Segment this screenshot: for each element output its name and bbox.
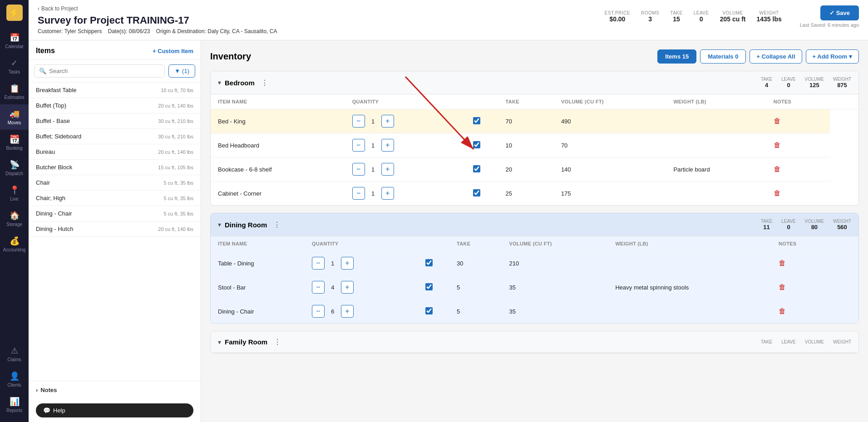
volume-cell: 70: [498, 109, 553, 133]
items-panel-header: Items + Custom Item: [29, 40, 201, 60]
delete-button[interactable]: 🗑: [774, 141, 781, 149]
list-item[interactable]: Dining - Hutch 20 cu ft, 140 lbs: [29, 221, 201, 237]
delete-button[interactable]: 🗑: [774, 165, 781, 173]
col-delete: [830, 94, 858, 109]
take-checkbox[interactable]: [425, 307, 433, 314]
family-more-button[interactable]: ⋮: [271, 337, 284, 347]
rooms-label: ROOMS: [641, 10, 659, 15]
qty-plus-button[interactable]: +: [381, 115, 394, 128]
take-checkbox[interactable]: [473, 165, 480, 172]
take-checkbox[interactable]: [425, 283, 433, 290]
main-content: ‹ Back to Project Survey for Project TRA…: [29, 0, 868, 422]
delete-cell: 🗑: [771, 251, 831, 275]
sidebar-item-estimates[interactable]: 📋 Estimates: [0, 79, 29, 104]
sidebar-item-dispatch[interactable]: 📡 Dispatch: [0, 155, 29, 181]
bedroom-more-button[interactable]: ⋮: [258, 78, 271, 88]
sidebar-item-booking[interactable]: 📆 Booking: [0, 130, 29, 155]
tab-items[interactable]: Items 15: [657, 49, 696, 64]
search-input[interactable]: [49, 68, 160, 74]
help-icon: 💬: [43, 407, 50, 414]
sidebar-item-tasks[interactable]: ✓ Tasks: [0, 54, 29, 79]
delete-cell: 🗑: [771, 299, 831, 324]
qty-plus-button[interactable]: +: [341, 281, 354, 294]
list-item[interactable]: Buffet - Base 30 cu ft, 210 lbs: [29, 113, 201, 129]
col-weight: Weight (lb): [666, 94, 766, 109]
list-item[interactable]: Butcher Block 15 cu ft, 105 lbs: [29, 160, 201, 175]
notes-label: Notes: [40, 387, 57, 393]
take-checkbox[interactable]: [425, 259, 433, 266]
qty-minus-button[interactable]: −: [312, 257, 325, 270]
dining-more-button[interactable]: ⋮: [271, 220, 283, 230]
list-item[interactable]: Breakfast Table 10 cu ft, 70 lbs: [29, 83, 201, 98]
item-specs: 5 cu ft, 35 lbs: [164, 211, 193, 216]
room-section-bedroom: ▾ Bedroom ⋮ TAKE 4 LEAVE 0: [210, 71, 859, 206]
qty-minus-button[interactable]: −: [312, 281, 325, 294]
sidebar-label-moves: Moves: [8, 120, 21, 125]
collapse-family-icon[interactable]: ▾: [218, 339, 221, 346]
qty-control: − 6 +: [312, 305, 402, 318]
qty-minus-button[interactable]: −: [352, 163, 365, 176]
qty-plus-button[interactable]: +: [381, 187, 394, 200]
items-panel-title: Items: [36, 47, 55, 55]
table-row: Dining - Chair − 6 +: [211, 299, 858, 324]
list-item[interactable]: Chair; High 5 cu ft, 35 lbs: [29, 191, 201, 206]
collapse-bedroom-icon[interactable]: ▾: [218, 79, 221, 86]
table-row: Bed Headboard − 1 + 1: [211, 133, 858, 157]
list-item[interactable]: Dining - Chair 5 cu ft, 35 lbs: [29, 206, 201, 221]
list-item[interactable]: Bureau 20 cu ft, 140 lbs: [29, 144, 201, 160]
back-to-project-link[interactable]: ‹ Back to Project: [38, 5, 277, 12]
delete-button[interactable]: 🗑: [779, 307, 786, 315]
sidebar-label-booking: Booking: [6, 146, 22, 151]
item-specs: 15 cu ft, 105 lbs: [158, 165, 193, 170]
take-checkbox[interactable]: [473, 117, 480, 124]
qty-plus-button[interactable]: +: [341, 305, 354, 318]
calendar-icon: 📅: [10, 33, 20, 43]
list-item[interactable]: Buffet; Sideboard 30 cu ft, 210 lbs: [29, 129, 201, 144]
collapse-all-button[interactable]: + Collapse All: [750, 49, 802, 64]
qty-plus-button[interactable]: +: [381, 139, 394, 152]
delete-cell: 🗑: [766, 109, 830, 133]
tab-materials[interactable]: Materials 0: [700, 49, 746, 64]
qty-minus-button[interactable]: −: [352, 115, 365, 128]
collapse-dining-icon[interactable]: ▾: [218, 221, 221, 228]
notes-cell: [666, 133, 766, 157]
sidebar-item-reports[interactable]: 📊 Reports: [0, 392, 29, 417]
save-button[interactable]: ✓ Save: [820, 5, 859, 20]
sidebar-item-accounting[interactable]: 💰 Accounting: [0, 231, 29, 257]
sidebar-item-storage[interactable]: 🏠 Storage: [0, 206, 29, 231]
take-checkbox[interactable]: [473, 141, 480, 148]
sidebar-item-live[interactable]: 📍 Live: [0, 181, 29, 206]
qty-minus-button[interactable]: −: [352, 139, 365, 152]
qty-plus-button[interactable]: +: [341, 257, 354, 270]
take-cell: [409, 251, 449, 275]
sidebar-item-calendar[interactable]: 📅 Calendar: [0, 28, 29, 54]
add-room-label: + Add Room: [813, 53, 847, 60]
col-qty-plus: [455, 94, 498, 109]
filter-button[interactable]: ▼ (1): [168, 64, 195, 78]
delete-button[interactable]: 🗑: [774, 117, 781, 125]
qty-minus-button[interactable]: −: [352, 187, 365, 200]
clients-icon: 👤: [10, 371, 20, 381]
sidebar-item-moves[interactable]: 🚚 Moves: [0, 104, 29, 130]
quantity-cell: − 6 +: [305, 299, 409, 324]
leave-label: LEAVE: [694, 10, 709, 15]
qty-minus-button[interactable]: −: [312, 305, 325, 318]
booking-icon: 📆: [10, 134, 20, 144]
delete-button[interactable]: 🗑: [779, 259, 786, 267]
qty-plus-button[interactable]: +: [381, 163, 394, 176]
take-checkbox[interactable]: [473, 189, 480, 196]
add-room-button[interactable]: + Add Room ▾: [806, 49, 859, 64]
custom-item-button[interactable]: + Custom Item: [153, 48, 193, 54]
list-item[interactable]: Buffet (Top) 20 cu ft, 140 lbs: [29, 98, 201, 113]
list-item[interactable]: Chair 5 cu ft, 35 lbs: [29, 175, 201, 191]
notes-toggle[interactable]: › Notes: [36, 387, 193, 393]
item-name: Breakfast Table: [36, 87, 76, 93]
sidebar-item-clients[interactable]: 👤 Clients: [0, 367, 29, 392]
sidebar-item-claims[interactable]: ⚠ Claims: [0, 341, 29, 367]
help-button[interactable]: 💬 Help: [36, 403, 193, 417]
stat-weight: WEIGHT 1435 lbs: [756, 10, 781, 23]
delete-button[interactable]: 🗑: [774, 189, 781, 197]
col-weight: Weight (lb): [608, 236, 771, 251]
family-stat-take: TAKE: [761, 339, 772, 344]
delete-button[interactable]: 🗑: [779, 283, 786, 291]
